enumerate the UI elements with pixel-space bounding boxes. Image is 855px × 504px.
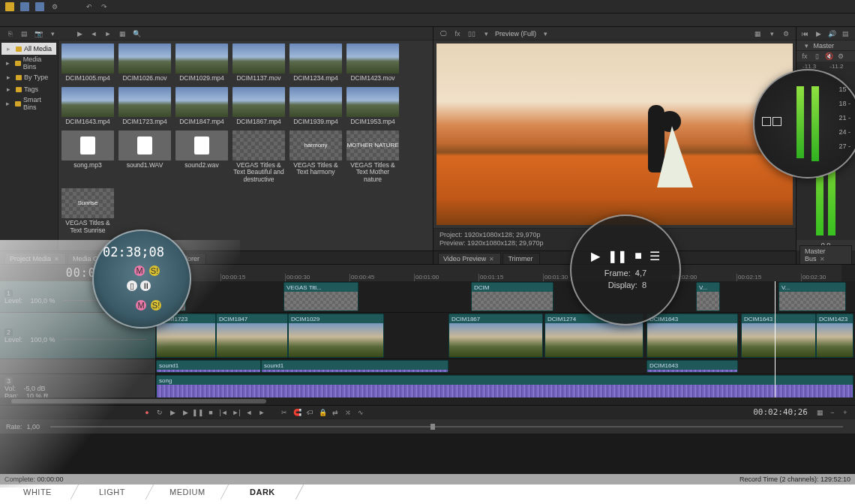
timeline-clip[interactable]: DCIM1643 [646, 314, 738, 358]
layout-icon[interactable]: ▤ [840, 28, 850, 39]
grid-icon[interactable]: ▦ [814, 407, 825, 418]
theme-tab-light[interactable]: LIGHT [71, 484, 154, 500]
tab-trimmer[interactable]: Trimmer [502, 253, 539, 264]
rate-slider[interactable] [50, 426, 843, 428]
timeline-clip[interactable]: DCIM1643 [646, 360, 738, 373]
undo-icon[interactable]: ↶ [84, 2, 94, 12]
timeline-clip[interactable]: V... [696, 282, 720, 311]
speaker-icon[interactable]: 🔊 [826, 28, 837, 39]
search-icon[interactable]: 🔍 [131, 28, 142, 39]
timeline-clip[interactable]: DCIM1029 [288, 314, 384, 358]
ripple-icon[interactable]: ⇄ [330, 407, 340, 418]
timeline-clip[interactable]: sound1 [261, 360, 448, 373]
theme-tab-medium[interactable]: MEDIUM [146, 484, 230, 500]
mute-icon[interactable]: 🔇 [824, 51, 834, 62]
play-icon[interactable]: ▶ [74, 28, 85, 39]
media-thumb[interactable]: DCIM1029.mp4 [176, 44, 228, 82]
close-icon[interactable]: ✕ [54, 256, 59, 262]
timeline-clip[interactable]: V... [778, 282, 846, 311]
next-icon[interactable]: ► [103, 28, 113, 39]
timeline-clip[interactable]: DCIM1847 [216, 314, 288, 358]
play-start-icon[interactable]: ▶ [167, 407, 178, 418]
tree-item-by-type[interactable]: ▸By Type [2, 71, 56, 83]
media-thumb[interactable]: DCIM1005.mp4 [62, 44, 114, 82]
media-thumb[interactable]: DCIM1867.mp4 [232, 87, 285, 126]
media-thumb[interactable]: VEGAS Titles & Text Beautiful and destru… [232, 130, 285, 184]
media-thumb[interactable]: DCIM1234.mp4 [290, 44, 342, 82]
timeline-clip[interactable]: song [156, 375, 854, 398]
io-icon[interactable]: ▯ [812, 51, 822, 62]
tab-explorer[interactable]: Explorer [170, 253, 207, 264]
external-monitor-icon[interactable]: 🖵 [438, 28, 448, 39]
timeline-clip[interactable]: DCIM [471, 282, 554, 311]
chevron-down-icon[interactable]: ▾ [47, 28, 58, 39]
play-icon[interactable]: ▶ [813, 28, 824, 39]
loop-icon[interactable]: ↻ [154, 407, 165, 418]
timeline-clip[interactable]: DCIM1867 [448, 314, 543, 358]
record-icon[interactable]: ● [142, 407, 152, 418]
camera-icon[interactable]: 📷 [33, 28, 44, 39]
media-thumb[interactable]: DCIM1137.mov [232, 44, 285, 82]
fx-icon[interactable]: fx [452, 28, 463, 39]
pause-icon[interactable]: ❚❚ [193, 407, 203, 418]
snap-icon[interactable]: 🧲 [292, 407, 302, 418]
tree-item-all-media[interactable]: ▸All Media [2, 43, 56, 55]
lock-icon[interactable]: 🔒 [317, 407, 328, 418]
redo-icon[interactable]: ↷ [99, 2, 110, 12]
media-thumb[interactable]: DCIM1847.mp4 [176, 87, 228, 126]
film-icon[interactable]: ▤ [19, 28, 29, 39]
media-thumb[interactable]: DCIM1939.mp4 [290, 87, 342, 126]
theme-tab-white[interactable]: WHITE [0, 484, 79, 500]
track-header-audio-2[interactable]: 3 Vol: -5,0 dB Pan: 10 % R [0, 374, 155, 398]
timeline-clip[interactable]: DCIM1423 [816, 314, 854, 358]
media-thumb[interactable]: DCIM1723.mp4 [118, 87, 171, 126]
marker-icon[interactable]: 🏷 [304, 407, 315, 418]
timeline-scrollbar[interactable] [0, 398, 855, 405]
media-thumb[interactable]: song.mp3 [62, 130, 114, 184]
track-content[interactable]: VEGAVEGAS Titl...DCIMV...V... DCIM1723DC… [156, 281, 855, 398]
fx-icon[interactable]: fx [800, 51, 810, 62]
media-thumb[interactable]: DCIM1643.mp4 [62, 87, 114, 126]
zoom-out-icon[interactable]: − [827, 407, 838, 418]
track-header-audio-1[interactable] [0, 359, 155, 374]
stop-icon[interactable]: ■ [206, 407, 216, 418]
media-thumb[interactable]: harmonyVEGAS Titles & Text harmony [290, 130, 342, 184]
timeline-clip[interactable]: VEGAS Titl... [284, 282, 358, 311]
tree-item-tags[interactable]: ▸Tags [2, 83, 56, 95]
timeline-clip[interactable]: DCIM1723 [156, 314, 216, 358]
playhead[interactable] [775, 281, 776, 398]
play-icon[interactable]: ▶ [180, 407, 190, 418]
view-icon[interactable]: ▦ [117, 28, 128, 39]
save-icon[interactable] [20, 2, 30, 12]
go-start-icon[interactable]: |◄ [218, 407, 229, 418]
timeline-ruler[interactable]: 00:00:0000:00:1500:00:3000:00:4500:01:00… [156, 265, 842, 281]
tree-item-media-bins[interactable]: ▸Media Bins [2, 55, 56, 71]
media-thumb[interactable]: DCIM1026.mov [118, 44, 171, 82]
tree-item-smart-bins[interactable]: ▸Smart Bins [2, 95, 56, 112]
crossfade-icon[interactable]: ⤭ [343, 407, 353, 418]
gear-icon[interactable]: ⚙ [781, 28, 791, 39]
media-thumb[interactable]: DCIM1423.mov [346, 44, 399, 82]
timeline-clip[interactable]: VEGA [156, 282, 186, 311]
media-thumb[interactable]: sound2.wav [176, 130, 228, 184]
gear-icon[interactable]: ⚙ [836, 51, 846, 62]
media-thumb[interactable]: DCIM1953.mp4 [346, 87, 399, 126]
chevron-down-icon[interactable]: ▾ [540, 28, 550, 39]
close-icon[interactable]: ✕ [489, 256, 494, 262]
media-thumb[interactable]: SunriseVEGAS Titles & Text Sunrise [62, 188, 114, 235]
tab-video-preview[interactable]: Video Preview✕ [438, 253, 501, 264]
grid-icon[interactable]: ▦ [752, 28, 763, 39]
save-all-icon[interactable] [34, 2, 45, 12]
edit-tool-icon[interactable]: ✂ [279, 407, 290, 418]
overlay-icon[interactable]: ▾ [766, 28, 777, 39]
tab-project-media[interactable]: Project Media✕ [4, 253, 66, 264]
tab-media-generator[interactable]: Media Generator [68, 253, 130, 264]
timeline-clip[interactable]: DCIM1274 [544, 314, 644, 358]
theme-tab-dark[interactable]: DARK [221, 484, 304, 500]
timeline-clip[interactable]: DCIM1643 [741, 314, 816, 358]
close-icon[interactable]: ✕ [820, 256, 825, 262]
tab-master-bus[interactable]: Master Bus✕ [800, 245, 852, 264]
next-frame-icon[interactable]: ► [256, 407, 267, 418]
chevron-down-icon[interactable]: ▾ [481, 28, 491, 39]
media-import-icon[interactable]: ⎘ [4, 28, 15, 39]
